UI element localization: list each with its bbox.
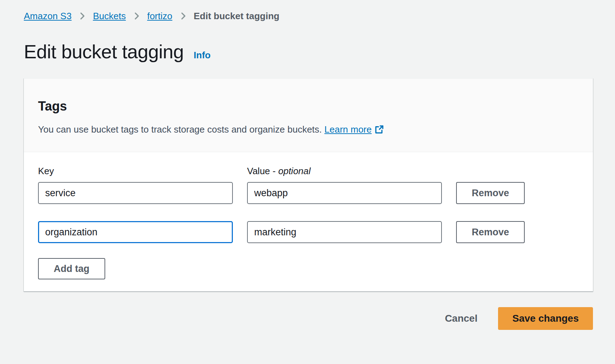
page: Amazon S3 Buckets fortizo Edit bucket ta… xyxy=(0,10,615,330)
tag-row-2: Remove xyxy=(38,221,579,243)
tags-panel-header: Tags You can use bucket tags to track st… xyxy=(24,79,593,152)
external-link-icon xyxy=(375,125,384,136)
footer-actions: Cancel Save changes xyxy=(24,307,593,330)
chevron-right-icon xyxy=(132,11,141,21)
panel-description: You can use bucket tags to track storage… xyxy=(38,123,579,137)
save-changes-button[interactable]: Save changes xyxy=(498,307,593,330)
breadcrumb-link-buckets[interactable]: Buckets xyxy=(93,10,126,22)
chevron-right-icon xyxy=(77,11,87,21)
info-link[interactable]: Info xyxy=(194,50,211,61)
learn-more-link[interactable]: Learn more xyxy=(325,124,372,135)
remove-tag-button-2[interactable]: Remove xyxy=(456,221,525,243)
breadcrumb-link-bucket-fortizo[interactable]: fortizo xyxy=(147,10,172,22)
tag-key-input-1[interactable] xyxy=(38,182,233,204)
value-column-label: Value - optional xyxy=(247,165,442,177)
breadcrumb-link-amazon-s3[interactable]: Amazon S3 xyxy=(24,10,71,22)
cancel-button[interactable]: Cancel xyxy=(445,313,477,324)
panel-heading: Tags xyxy=(38,98,579,114)
tags-panel: Tags You can use bucket tags to track st… xyxy=(24,78,593,291)
tag-row-1: Remove xyxy=(38,182,579,204)
tag-value-input-2[interactable] xyxy=(247,221,442,243)
tag-key-input-2[interactable] xyxy=(38,221,233,243)
key-column-label: Key xyxy=(38,165,233,177)
breadcrumb-current: Edit bucket tagging xyxy=(194,11,279,22)
panel-description-text: You can use bucket tags to track storage… xyxy=(38,124,322,135)
tag-value-input-1[interactable] xyxy=(247,182,442,204)
page-title: Edit bucket tagging xyxy=(24,41,184,63)
add-tag-button[interactable]: Add tag xyxy=(38,258,105,279)
breadcrumb: Amazon S3 Buckets fortizo Edit bucket ta… xyxy=(24,10,593,22)
column-labels: Key Value - optional xyxy=(38,165,579,177)
chevron-right-icon xyxy=(178,11,188,21)
remove-tag-button-1[interactable]: Remove xyxy=(456,182,525,204)
tags-panel-body: Key Value - optional Remove Remove Add t… xyxy=(24,152,593,291)
